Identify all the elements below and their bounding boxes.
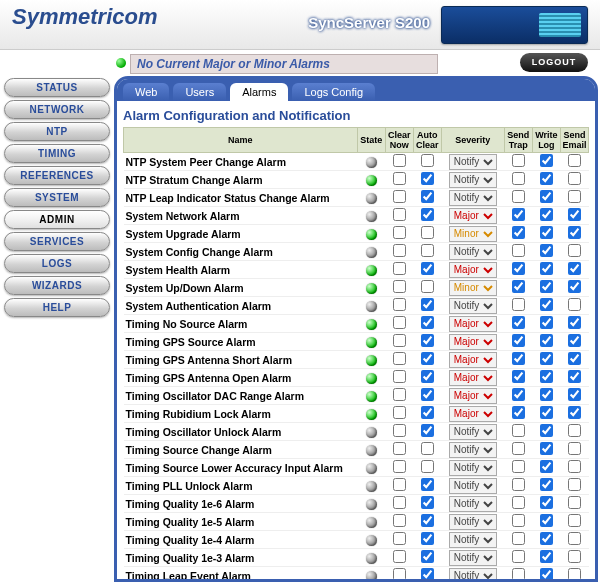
send_email-checkbox[interactable] <box>568 550 581 563</box>
auto_clear-checkbox[interactable] <box>421 532 434 545</box>
auto_clear-checkbox[interactable] <box>421 154 434 167</box>
auto_clear-checkbox[interactable] <box>421 298 434 311</box>
clear_now-checkbox[interactable] <box>393 190 406 203</box>
send_email-checkbox[interactable] <box>568 154 581 167</box>
send_trap-checkbox[interactable] <box>512 424 525 437</box>
send_email-checkbox[interactable] <box>568 478 581 491</box>
send_email-checkbox[interactable] <box>568 244 581 257</box>
sidebar-item-services[interactable]: SERVICES <box>4 232 110 251</box>
severity-select[interactable]: NotifyMinorMajor <box>449 334 497 350</box>
tab-alarms[interactable]: Alarms <box>230 83 288 101</box>
send_trap-checkbox[interactable] <box>512 460 525 473</box>
auto_clear-checkbox[interactable] <box>421 316 434 329</box>
sidebar-item-wizards[interactable]: WIZARDS <box>4 276 110 295</box>
write_log-checkbox[interactable] <box>540 550 553 563</box>
send_email-checkbox[interactable] <box>568 532 581 545</box>
tab-logsconfig[interactable]: Logs Config <box>292 83 375 101</box>
severity-select[interactable]: NotifyMinorMajor <box>449 478 497 494</box>
auto_clear-checkbox[interactable] <box>421 424 434 437</box>
send_trap-checkbox[interactable] <box>512 190 525 203</box>
write_log-checkbox[interactable] <box>540 226 553 239</box>
write_log-checkbox[interactable] <box>540 532 553 545</box>
sidebar-item-status[interactable]: STATUS <box>4 78 110 97</box>
auto_clear-checkbox[interactable] <box>421 370 434 383</box>
send_email-checkbox[interactable] <box>568 568 581 579</box>
send_trap-checkbox[interactable] <box>512 154 525 167</box>
send_email-checkbox[interactable] <box>568 460 581 473</box>
send_trap-checkbox[interactable] <box>512 280 525 293</box>
severity-select[interactable]: NotifyMinorMajor <box>449 532 497 548</box>
clear_now-checkbox[interactable] <box>393 514 406 527</box>
write_log-checkbox[interactable] <box>540 442 553 455</box>
write_log-checkbox[interactable] <box>540 208 553 221</box>
severity-select[interactable]: NotifyMinorMajor <box>449 154 497 170</box>
write_log-checkbox[interactable] <box>540 460 553 473</box>
auto_clear-checkbox[interactable] <box>421 334 434 347</box>
send_email-checkbox[interactable] <box>568 316 581 329</box>
auto_clear-checkbox[interactable] <box>421 244 434 257</box>
send_trap-checkbox[interactable] <box>512 568 525 579</box>
send_email-checkbox[interactable] <box>568 190 581 203</box>
severity-select[interactable]: NotifyMinorMajor <box>449 316 497 332</box>
severity-select[interactable]: NotifyMinorMajor <box>449 406 497 422</box>
send_email-checkbox[interactable] <box>568 280 581 293</box>
send_email-checkbox[interactable] <box>568 442 581 455</box>
severity-select[interactable]: NotifyMinorMajor <box>449 280 497 296</box>
clear_now-checkbox[interactable] <box>393 442 406 455</box>
write_log-checkbox[interactable] <box>540 478 553 491</box>
clear_now-checkbox[interactable] <box>393 568 406 579</box>
auto_clear-checkbox[interactable] <box>421 514 434 527</box>
clear_now-checkbox[interactable] <box>393 298 406 311</box>
write_log-checkbox[interactable] <box>540 370 553 383</box>
sidebar-item-timing[interactable]: TIMING <box>4 144 110 163</box>
severity-select[interactable]: NotifyMinorMajor <box>449 370 497 386</box>
write_log-checkbox[interactable] <box>540 244 553 257</box>
send_email-checkbox[interactable] <box>568 352 581 365</box>
auto_clear-checkbox[interactable] <box>421 496 434 509</box>
send_trap-checkbox[interactable] <box>512 406 525 419</box>
sidebar-item-network[interactable]: NETWORK <box>4 100 110 119</box>
auto_clear-checkbox[interactable] <box>421 172 434 185</box>
send_trap-checkbox[interactable] <box>512 388 525 401</box>
auto_clear-checkbox[interactable] <box>421 226 434 239</box>
clear_now-checkbox[interactable] <box>393 208 406 221</box>
severity-select[interactable]: NotifyMinorMajor <box>449 550 497 566</box>
send_trap-checkbox[interactable] <box>512 262 525 275</box>
clear_now-checkbox[interactable] <box>393 496 406 509</box>
auto_clear-checkbox[interactable] <box>421 262 434 275</box>
send_trap-checkbox[interactable] <box>512 478 525 491</box>
send_email-checkbox[interactable] <box>568 514 581 527</box>
write_log-checkbox[interactable] <box>540 298 553 311</box>
send_email-checkbox[interactable] <box>568 226 581 239</box>
write_log-checkbox[interactable] <box>540 280 553 293</box>
send_trap-checkbox[interactable] <box>512 208 525 221</box>
send_email-checkbox[interactable] <box>568 406 581 419</box>
severity-select[interactable]: NotifyMinorMajor <box>449 208 497 224</box>
write_log-checkbox[interactable] <box>540 334 553 347</box>
send_email-checkbox[interactable] <box>568 172 581 185</box>
write_log-checkbox[interactable] <box>540 514 553 527</box>
write_log-checkbox[interactable] <box>540 388 553 401</box>
send_trap-checkbox[interactable] <box>512 352 525 365</box>
severity-select[interactable]: NotifyMinorMajor <box>449 460 497 476</box>
send_email-checkbox[interactable] <box>568 370 581 383</box>
write_log-checkbox[interactable] <box>540 316 553 329</box>
send_trap-checkbox[interactable] <box>512 370 525 383</box>
severity-select[interactable]: NotifyMinorMajor <box>449 496 497 512</box>
send_email-checkbox[interactable] <box>568 334 581 347</box>
auto_clear-checkbox[interactable] <box>421 568 434 579</box>
send_trap-checkbox[interactable] <box>512 442 525 455</box>
sidebar-item-help[interactable]: HELP <box>4 298 110 317</box>
clear_now-checkbox[interactable] <box>393 388 406 401</box>
severity-select[interactable]: NotifyMinorMajor <box>449 262 497 278</box>
severity-select[interactable]: NotifyMinorMajor <box>449 568 497 580</box>
send_email-checkbox[interactable] <box>568 424 581 437</box>
clear_now-checkbox[interactable] <box>393 424 406 437</box>
auto_clear-checkbox[interactable] <box>421 460 434 473</box>
severity-select[interactable]: NotifyMinorMajor <box>449 190 497 206</box>
clear_now-checkbox[interactable] <box>393 244 406 257</box>
tab-web[interactable]: Web <box>123 83 169 101</box>
clear_now-checkbox[interactable] <box>393 316 406 329</box>
send_trap-checkbox[interactable] <box>512 298 525 311</box>
write_log-checkbox[interactable] <box>540 568 553 579</box>
